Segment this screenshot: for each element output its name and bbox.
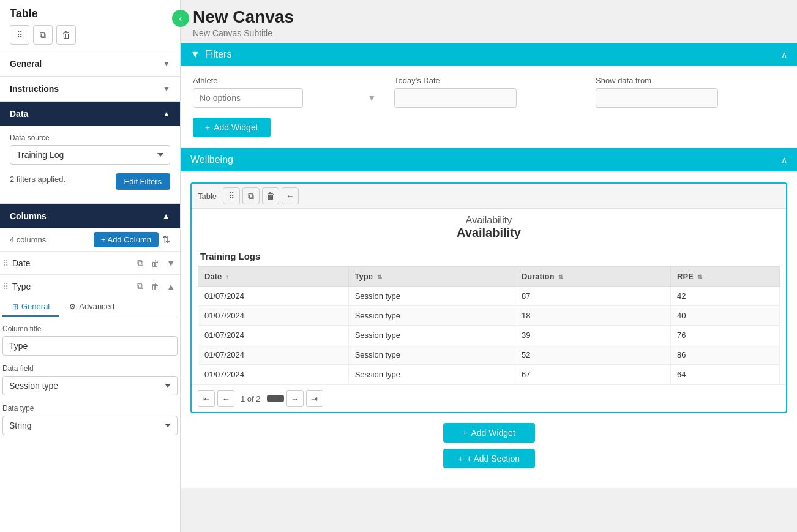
columns-controls: 4 columns + Add Column ⇅ <box>0 228 180 247</box>
table-widget-back-button[interactable]: ← <box>282 187 299 204</box>
td-duration: 39 <box>515 326 670 345</box>
data-source-label: Data source <box>10 133 170 142</box>
columns-section: Columns ▲ 4 columns + Add Column ⇅ ⠿ Dat… <box>0 203 180 449</box>
general-section-header[interactable]: General ▼ <box>0 51 180 76</box>
athlete-dropdown-arrow-icon: ▼ <box>367 93 376 103</box>
add-column-button[interactable]: + Add Column <box>94 232 159 247</box>
athlete-input[interactable] <box>193 88 303 108</box>
sidebar-toolbar: ⠿ ⧉ 🗑 <box>0 25 180 51</box>
instructions-section-header[interactable]: Instructions ▼ <box>0 77 180 101</box>
data-type-field: Data type String <box>2 404 178 435</box>
td-date: 01/07/2024 <box>198 306 349 326</box>
first-page-button[interactable]: ⇤ <box>198 390 215 407</box>
add-section-button[interactable]: + + Add Section <box>443 449 535 468</box>
td-duration: 52 <box>515 345 670 365</box>
td-type: Session type <box>348 306 515 326</box>
th-date: Date ↑ <box>198 267 349 287</box>
instructions-section: Instructions ▼ <box>0 76 180 101</box>
canvas-subtitle: New Canvas Subtitle <box>193 28 785 38</box>
copy-column-button[interactable]: ⧉ <box>135 257 146 269</box>
show-data-from-input[interactable] <box>596 88 718 108</box>
copy-type-column-button[interactable]: ⧉ <box>135 280 146 293</box>
filters-chevron-up-icon[interactable]: ∧ <box>781 50 787 59</box>
instructions-chevron-icon: ▼ <box>163 84 170 93</box>
athlete-filter-label: Athlete <box>193 76 382 85</box>
table-widget-copy-button[interactable]: ⧉ <box>242 187 260 204</box>
data-source-select[interactable]: Training Log <box>10 145 170 165</box>
advanced-tab-label: Advanced <box>79 302 114 311</box>
edit-filters-button[interactable]: Edit Filters <box>116 173 170 190</box>
sidebar-title: Table <box>0 0 180 25</box>
main-content: New Canvas New Canvas Subtitle ▼ Filters… <box>181 0 797 532</box>
rpe-sort-icon[interactable]: ⇅ <box>697 274 702 280</box>
column-title-label: Column title <box>2 324 178 333</box>
add-section-label: + Add Section <box>466 454 520 463</box>
th-duration: Duration ⇅ <box>515 267 670 287</box>
back-button[interactable]: ‹ <box>172 10 189 27</box>
td-date: 01/07/2024 <box>198 365 349 384</box>
td-duration: 67 <box>515 365 670 384</box>
column-date-actions: ⧉ 🗑 ▼ <box>135 257 178 269</box>
data-section-header[interactable]: Data ▲ <box>0 102 180 126</box>
move-button[interactable]: ⠿ <box>10 25 29 45</box>
filters-add-widget-button[interactable]: + Add Widget <box>193 118 271 137</box>
sort-columns-button[interactable]: ⇅ <box>162 234 170 245</box>
page-dots <box>267 395 284 402</box>
data-section: Data ▲ Data source Training Log 2 filter… <box>0 101 180 203</box>
last-page-button[interactable]: ⇥ <box>306 390 323 407</box>
date-sort-icon[interactable]: ↑ <box>226 274 229 280</box>
copy-button[interactable]: ⧉ <box>33 25 53 45</box>
data-filters-row: 2 filters applied. Edit Filters <box>10 173 170 190</box>
data-section-label: Data <box>10 109 28 119</box>
table-widget-label: Table <box>198 192 217 201</box>
td-date: 01/07/2024 <box>198 287 349 306</box>
delete-type-column-button[interactable]: 🗑 <box>148 280 162 293</box>
column-item-date-header: ⠿ Date ⧉ 🗑 ▼ <box>0 257 180 269</box>
column-item-date: ⠿ Date ⧉ 🗑 ▼ <box>0 251 180 274</box>
filters-section-bar[interactable]: ▼ Filters ∧ <box>181 43 797 66</box>
td-rpe: 76 <box>671 326 780 345</box>
data-field-select[interactable]: Session type <box>2 376 178 395</box>
wellbeing-add-widget-button[interactable]: + Add Widget <box>443 423 535 443</box>
type-column-tabs-area: ⊞ General ⚙ Advanced Column title Data f… <box>0 293 180 435</box>
wellbeing-content: Table ⠿ ⧉ 🗑 ← Availability Availability … <box>181 173 797 488</box>
wellbeing-section-label: Wellbeing <box>190 154 233 165</box>
show-data-from-label: Show data from <box>596 76 785 85</box>
data-type-select[interactable]: String <box>2 416 178 435</box>
table-pagination: ⇤ ← 1 of 2 → ⇥ <box>192 384 786 412</box>
table-widget: Table ⠿ ⧉ 🗑 ← Availability Availability … <box>190 182 787 413</box>
type-sort-icon[interactable]: ⇅ <box>377 274 382 280</box>
prev-page-button[interactable]: ← <box>217 390 234 407</box>
tab-general[interactable]: ⊞ General <box>2 298 59 317</box>
wellbeing-chevron-up-icon[interactable]: ∧ <box>781 155 787 165</box>
filters-icon: ▼ <box>190 49 200 60</box>
tab-advanced[interactable]: ⚙ Advanced <box>59 298 124 317</box>
data-chevron-icon: ▲ <box>163 110 170 118</box>
column-title-input[interactable] <box>2 336 178 356</box>
delete-column-button[interactable]: 🗑 <box>148 257 162 269</box>
table-widget-toolbar: Table ⠿ ⧉ 🗑 ← <box>192 184 786 209</box>
next-page-button[interactable]: → <box>286 390 304 407</box>
table-caption: Training Logs <box>198 246 780 266</box>
wellbeing-section-bar[interactable]: Wellbeing ∧ <box>181 148 797 171</box>
collapse-type-column-button[interactable]: ▲ <box>164 280 178 293</box>
table-widget-delete-button[interactable]: 🗑 <box>262 187 279 204</box>
data-table-container: Training Logs Date ↑ Type ⇅ Duration ⇅ R… <box>192 246 786 384</box>
table-widget-move-button[interactable]: ⠿ <box>223 187 240 204</box>
wellbeing-section: Wellbeing ∧ Table ⠿ ⧉ 🗑 ← Availability A… <box>181 148 797 488</box>
td-rpe: 42 <box>671 287 780 306</box>
canvas-header: New Canvas New Canvas Subtitle <box>181 0 797 43</box>
columns-info: Columns <box>10 211 47 221</box>
delete-button[interactable]: 🗑 <box>56 25 76 45</box>
type-column-tabs: ⊞ General ⚙ Advanced <box>2 298 178 317</box>
columns-section-header[interactable]: Columns ▲ <box>0 204 180 228</box>
table-row: 01/07/2024Session type6764 <box>198 365 780 384</box>
table-row: 01/07/2024Session type3976 <box>198 326 780 345</box>
expand-column-button[interactable]: ▼ <box>164 257 178 269</box>
todays-date-input[interactable] <box>394 88 517 108</box>
drag-handle-type-icon[interactable]: ⠿ <box>2 282 9 291</box>
general-tab-label: General <box>21 302 50 311</box>
drag-handle-icon[interactable]: ⠿ <box>2 258 9 268</box>
columns-chevron-icon: ▲ <box>162 211 170 221</box>
duration-sort-icon[interactable]: ⇅ <box>558 274 563 280</box>
